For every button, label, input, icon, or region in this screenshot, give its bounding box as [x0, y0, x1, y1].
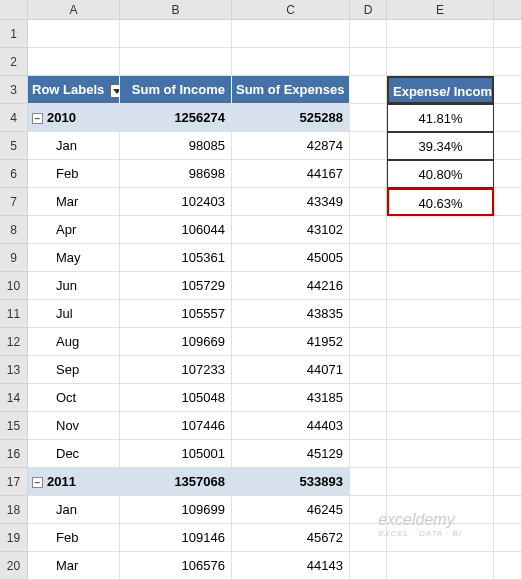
- row-header-15[interactable]: 15: [0, 412, 28, 440]
- empty-cell[interactable]: [350, 468, 387, 496]
- empty-cell[interactable]: [494, 552, 522, 580]
- col-header-C[interactable]: C: [232, 0, 350, 20]
- collapse-icon[interactable]: −: [32, 477, 43, 488]
- expense-cell[interactable]: 44167: [232, 160, 350, 188]
- expense-cell[interactable]: 525288: [232, 104, 350, 132]
- empty-cell[interactable]: [350, 356, 387, 384]
- ratio-cell[interactable]: 40.63%: [387, 188, 494, 216]
- col-header-E[interactable]: E: [387, 0, 494, 20]
- row-header-20[interactable]: 20: [0, 552, 28, 580]
- expense-cell[interactable]: 43102: [232, 216, 350, 244]
- empty-cell[interactable]: [232, 20, 350, 48]
- empty-cell[interactable]: [494, 328, 522, 356]
- empty-cell[interactable]: [350, 496, 387, 524]
- empty-cell[interactable]: [350, 160, 387, 188]
- ratio-cell[interactable]: 40.80%: [387, 160, 494, 188]
- empty-cell[interactable]: [494, 384, 522, 412]
- income-cell[interactable]: 109699: [120, 496, 232, 524]
- income-cell[interactable]: 105557: [120, 300, 232, 328]
- row-label[interactable]: −2010: [28, 104, 120, 132]
- expense-cell[interactable]: 43349: [232, 188, 350, 216]
- expense-cell[interactable]: 44403: [232, 412, 350, 440]
- empty-cell[interactable]: [387, 356, 494, 384]
- empty-cell[interactable]: [28, 48, 120, 76]
- row-label[interactable]: Jan: [28, 496, 120, 524]
- empty-cell[interactable]: [494, 48, 522, 76]
- income-cell[interactable]: 109669: [120, 328, 232, 356]
- empty-cell[interactable]: [494, 412, 522, 440]
- expense-cell[interactable]: 45129: [232, 440, 350, 468]
- income-cell[interactable]: 1256274: [120, 104, 232, 132]
- col-header-B[interactable]: B: [120, 0, 232, 20]
- expense-cell[interactable]: 45005: [232, 244, 350, 272]
- empty-cell[interactable]: [494, 244, 522, 272]
- row-label[interactable]: Feb: [28, 524, 120, 552]
- empty-cell[interactable]: [350, 440, 387, 468]
- empty-cell[interactable]: [494, 76, 522, 104]
- empty-cell[interactable]: [350, 132, 387, 160]
- empty-cell[interactable]: [387, 244, 494, 272]
- row-label[interactable]: Apr: [28, 216, 120, 244]
- row-label[interactable]: Jan: [28, 132, 120, 160]
- income-cell[interactable]: 105001: [120, 440, 232, 468]
- row-label[interactable]: Dec: [28, 440, 120, 468]
- empty-cell[interactable]: [494, 188, 522, 216]
- row-header-9[interactable]: 9: [0, 244, 28, 272]
- spreadsheet-grid[interactable]: ABCDE123Row Labels Sum of IncomeSum of E…: [0, 0, 522, 580]
- empty-cell[interactable]: [350, 524, 387, 552]
- empty-cell[interactable]: [494, 132, 522, 160]
- income-cell[interactable]: 102403: [120, 188, 232, 216]
- empty-cell[interactable]: [387, 216, 494, 244]
- empty-cell[interactable]: [494, 104, 522, 132]
- corner-cell[interactable]: [0, 0, 28, 20]
- empty-cell[interactable]: [494, 524, 522, 552]
- col-header-f[interactable]: [494, 0, 522, 20]
- empty-cell[interactable]: [387, 552, 494, 580]
- empty-cell[interactable]: [387, 468, 494, 496]
- row-label[interactable]: Mar: [28, 188, 120, 216]
- pivot-income-header[interactable]: Sum of Income: [120, 76, 232, 104]
- empty-cell[interactable]: [387, 524, 494, 552]
- empty-cell[interactable]: [387, 384, 494, 412]
- income-cell[interactable]: 107233: [120, 356, 232, 384]
- row-label[interactable]: May: [28, 244, 120, 272]
- empty-cell[interactable]: [350, 76, 387, 104]
- empty-cell[interactable]: [350, 20, 387, 48]
- expense-cell[interactable]: 44143: [232, 552, 350, 580]
- row-label[interactable]: Aug: [28, 328, 120, 356]
- empty-cell[interactable]: [494, 496, 522, 524]
- row-header-5[interactable]: 5: [0, 132, 28, 160]
- row-header-13[interactable]: 13: [0, 356, 28, 384]
- empty-cell[interactable]: [387, 300, 494, 328]
- empty-cell[interactable]: [494, 468, 522, 496]
- row-label[interactable]: Jul: [28, 300, 120, 328]
- empty-cell[interactable]: [494, 160, 522, 188]
- empty-cell[interactable]: [350, 272, 387, 300]
- expense-cell[interactable]: 45672: [232, 524, 350, 552]
- row-label[interactable]: Oct: [28, 384, 120, 412]
- row-label[interactable]: −2011: [28, 468, 120, 496]
- empty-cell[interactable]: [494, 300, 522, 328]
- empty-cell[interactable]: [120, 48, 232, 76]
- row-header-6[interactable]: 6: [0, 160, 28, 188]
- empty-cell[interactable]: [350, 48, 387, 76]
- ratio-header[interactable]: Expense/ Income: [387, 76, 494, 104]
- empty-cell[interactable]: [350, 104, 387, 132]
- empty-cell[interactable]: [350, 384, 387, 412]
- empty-cell[interactable]: [494, 440, 522, 468]
- empty-cell[interactable]: [350, 300, 387, 328]
- row-header-19[interactable]: 19: [0, 524, 28, 552]
- empty-cell[interactable]: [350, 328, 387, 356]
- expense-cell[interactable]: 43835: [232, 300, 350, 328]
- empty-cell[interactable]: [387, 412, 494, 440]
- empty-cell[interactable]: [494, 272, 522, 300]
- row-label[interactable]: Nov: [28, 412, 120, 440]
- income-cell[interactable]: 106576: [120, 552, 232, 580]
- empty-cell[interactable]: [350, 244, 387, 272]
- income-cell[interactable]: 105729: [120, 272, 232, 300]
- income-cell[interactable]: 98085: [120, 132, 232, 160]
- collapse-icon[interactable]: −: [32, 113, 43, 124]
- income-cell[interactable]: 109146: [120, 524, 232, 552]
- row-header-12[interactable]: 12: [0, 328, 28, 356]
- row-header-18[interactable]: 18: [0, 496, 28, 524]
